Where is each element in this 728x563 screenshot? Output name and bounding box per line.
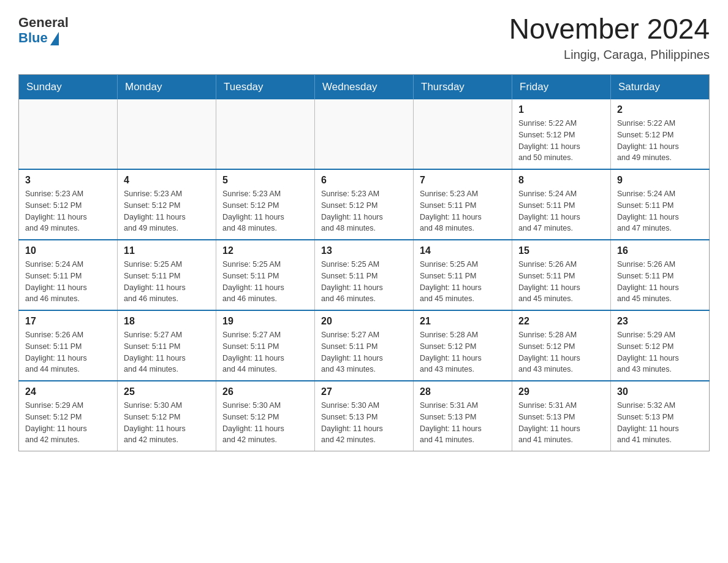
day-info: Sunrise: 5:26 AM Sunset: 5:11 PM Dayligh… — [617, 259, 703, 305]
calendar-cell: 14Sunrise: 5:25 AM Sunset: 5:11 PM Dayli… — [414, 240, 512, 310]
day-info: Sunrise: 5:23 AM Sunset: 5:11 PM Dayligh… — [420, 188, 506, 234]
calendar-cell: 17Sunrise: 5:26 AM Sunset: 5:11 PM Dayli… — [19, 310, 118, 381]
weekday-header-thursday: Thursday — [414, 75, 512, 100]
day-number: 12 — [222, 245, 308, 256]
day-number: 11 — [124, 245, 210, 256]
day-number: 1 — [518, 104, 604, 115]
weekday-header-tuesday: Tuesday — [216, 75, 315, 100]
day-info: Sunrise: 5:23 AM Sunset: 5:12 PM Dayligh… — [222, 188, 308, 234]
day-info: Sunrise: 5:32 AM Sunset: 5:13 PM Dayligh… — [617, 400, 703, 446]
day-number: 26 — [222, 386, 308, 397]
day-info: Sunrise: 5:30 AM Sunset: 5:12 PM Dayligh… — [222, 400, 308, 446]
calendar-cell — [19, 99, 118, 169]
calendar-header-row: SundayMondayTuesdayWednesdayThursdayFrid… — [19, 75, 710, 100]
day-info: Sunrise: 5:30 AM Sunset: 5:13 PM Dayligh… — [321, 400, 407, 446]
day-number: 23 — [617, 316, 703, 327]
calendar-cell: 10Sunrise: 5:24 AM Sunset: 5:11 PM Dayli… — [19, 240, 118, 310]
calendar-cell — [414, 99, 512, 169]
day-number: 21 — [420, 316, 506, 327]
day-number: 9 — [617, 175, 703, 186]
calendar-cell: 23Sunrise: 5:29 AM Sunset: 5:12 PM Dayli… — [611, 310, 710, 381]
calendar-cell: 4Sunrise: 5:23 AM Sunset: 5:12 PM Daylig… — [118, 169, 216, 240]
calendar-cell: 5Sunrise: 5:23 AM Sunset: 5:12 PM Daylig… — [216, 169, 315, 240]
calendar-cell: 12Sunrise: 5:25 AM Sunset: 5:11 PM Dayli… — [216, 240, 315, 310]
calendar-week-row: 24Sunrise: 5:29 AM Sunset: 5:12 PM Dayli… — [19, 381, 710, 451]
day-info: Sunrise: 5:27 AM Sunset: 5:11 PM Dayligh… — [321, 329, 407, 375]
calendar-cell: 1Sunrise: 5:22 AM Sunset: 5:12 PM Daylig… — [512, 99, 611, 169]
day-info: Sunrise: 5:24 AM Sunset: 5:11 PM Dayligh… — [518, 188, 604, 234]
day-info: Sunrise: 5:25 AM Sunset: 5:11 PM Dayligh… — [124, 259, 210, 305]
calendar-week-row: 10Sunrise: 5:24 AM Sunset: 5:11 PM Dayli… — [19, 240, 710, 310]
calendar-cell: 2Sunrise: 5:22 AM Sunset: 5:12 PM Daylig… — [611, 99, 710, 169]
weekday-header-friday: Friday — [512, 75, 611, 100]
calendar-cell: 25Sunrise: 5:30 AM Sunset: 5:12 PM Dayli… — [118, 381, 216, 451]
page-subtitle: Lingig, Caraga, Philippines — [509, 48, 710, 62]
calendar-cell: 11Sunrise: 5:25 AM Sunset: 5:11 PM Dayli… — [118, 240, 216, 310]
weekday-header-monday: Monday — [118, 75, 216, 100]
day-number: 27 — [321, 386, 407, 397]
calendar-cell: 29Sunrise: 5:31 AM Sunset: 5:13 PM Dayli… — [512, 381, 611, 451]
day-number: 8 — [518, 175, 604, 186]
day-number: 29 — [518, 386, 604, 397]
day-info: Sunrise: 5:27 AM Sunset: 5:11 PM Dayligh… — [124, 329, 210, 375]
day-info: Sunrise: 5:24 AM Sunset: 5:11 PM Dayligh… — [617, 188, 703, 234]
day-number: 4 — [124, 175, 210, 186]
title-block: November 2024 Lingig, Caraga, Philippine… — [509, 12, 710, 62]
calendar-cell: 3Sunrise: 5:23 AM Sunset: 5:12 PM Daylig… — [19, 169, 118, 240]
calendar-cell: 27Sunrise: 5:30 AM Sunset: 5:13 PM Dayli… — [315, 381, 414, 451]
day-info: Sunrise: 5:23 AM Sunset: 5:12 PM Dayligh… — [321, 188, 407, 234]
day-number: 22 — [518, 316, 604, 327]
calendar-week-row: 3Sunrise: 5:23 AM Sunset: 5:12 PM Daylig… — [19, 169, 710, 240]
calendar-cell: 21Sunrise: 5:28 AM Sunset: 5:12 PM Dayli… — [414, 310, 512, 381]
calendar-table: SundayMondayTuesdayWednesdayThursdayFrid… — [18, 74, 710, 451]
day-info: Sunrise: 5:28 AM Sunset: 5:12 PM Dayligh… — [518, 329, 604, 375]
day-number: 28 — [420, 386, 506, 397]
day-info: Sunrise: 5:28 AM Sunset: 5:12 PM Dayligh… — [420, 329, 506, 375]
calendar-cell: 24Sunrise: 5:29 AM Sunset: 5:12 PM Dayli… — [19, 381, 118, 451]
day-info: Sunrise: 5:30 AM Sunset: 5:12 PM Dayligh… — [124, 400, 210, 446]
calendar-cell — [315, 99, 414, 169]
day-info: Sunrise: 5:23 AM Sunset: 5:12 PM Dayligh… — [25, 188, 111, 234]
day-number: 14 — [420, 245, 506, 256]
day-number: 16 — [617, 245, 703, 256]
calendar-cell: 15Sunrise: 5:26 AM Sunset: 5:11 PM Dayli… — [512, 240, 611, 310]
calendar-cell: 13Sunrise: 5:25 AM Sunset: 5:11 PM Dayli… — [315, 240, 414, 310]
calendar-cell: 16Sunrise: 5:26 AM Sunset: 5:11 PM Dayli… — [611, 240, 710, 310]
day-info: Sunrise: 5:22 AM Sunset: 5:12 PM Dayligh… — [617, 118, 703, 164]
day-number: 25 — [124, 386, 210, 397]
day-number: 17 — [25, 316, 111, 327]
page-header: General Blue November 2024 Lingig, Carag… — [18, 12, 710, 62]
calendar-cell: 19Sunrise: 5:27 AM Sunset: 5:11 PM Dayli… — [216, 310, 315, 381]
day-info: Sunrise: 5:29 AM Sunset: 5:12 PM Dayligh… — [25, 400, 111, 446]
calendar-cell: 26Sunrise: 5:30 AM Sunset: 5:12 PM Dayli… — [216, 381, 315, 451]
day-number: 7 — [420, 175, 506, 186]
day-number: 15 — [518, 245, 604, 256]
calendar-cell: 18Sunrise: 5:27 AM Sunset: 5:11 PM Dayli… — [118, 310, 216, 381]
calendar-cell — [118, 99, 216, 169]
day-info: Sunrise: 5:25 AM Sunset: 5:11 PM Dayligh… — [222, 259, 308, 305]
page-title: November 2024 — [509, 12, 710, 45]
day-number: 24 — [25, 386, 111, 397]
calendar-cell: 8Sunrise: 5:24 AM Sunset: 5:11 PM Daylig… — [512, 169, 611, 240]
day-number: 19 — [222, 316, 308, 327]
day-info: Sunrise: 5:26 AM Sunset: 5:11 PM Dayligh… — [25, 329, 111, 375]
calendar-cell: 6Sunrise: 5:23 AM Sunset: 5:12 PM Daylig… — [315, 169, 414, 240]
logo-text: General Blue — [18, 15, 69, 46]
day-info: Sunrise: 5:27 AM Sunset: 5:11 PM Dayligh… — [222, 329, 308, 375]
day-number: 30 — [617, 386, 703, 397]
day-number: 20 — [321, 316, 407, 327]
logo-blue-text: Blue — [18, 30, 48, 45]
day-number: 6 — [321, 175, 407, 186]
day-number: 5 — [222, 175, 308, 186]
calendar-cell — [216, 99, 315, 169]
day-number: 18 — [124, 316, 210, 327]
day-info: Sunrise: 5:23 AM Sunset: 5:12 PM Dayligh… — [124, 188, 210, 234]
weekday-header-wednesday: Wednesday — [315, 75, 414, 100]
logo-icon: General Blue — [18, 12, 69, 46]
day-info: Sunrise: 5:31 AM Sunset: 5:13 PM Dayligh… — [420, 400, 506, 446]
calendar-week-row: 17Sunrise: 5:26 AM Sunset: 5:11 PM Dayli… — [19, 310, 710, 381]
day-number: 13 — [321, 245, 407, 256]
logo: General Blue — [18, 12, 69, 46]
calendar-cell: 22Sunrise: 5:28 AM Sunset: 5:12 PM Dayli… — [512, 310, 611, 381]
weekday-header-sunday: Sunday — [19, 75, 118, 100]
